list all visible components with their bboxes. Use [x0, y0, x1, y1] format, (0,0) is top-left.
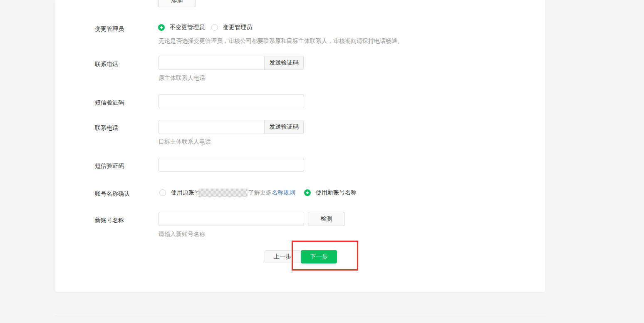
new-account-name-label: 新账号名称 [95, 216, 157, 224]
check-name-button[interactable]: 检测 [308, 212, 345, 226]
send-code-target-button[interactable]: 发送验证码 [264, 120, 304, 134]
phone-target-helper: 目标主体联系人电话 [159, 138, 211, 145]
phone-original-group: 发送验证码 [159, 56, 304, 70]
phone-target-group: 发送验证码 [159, 120, 304, 134]
footer-divider [55, 316, 546, 316]
account-name-radio-group: 使用原账号名称 了解更多 名称规则 使用新账号名称 [159, 188, 357, 197]
learn-more-text: 了解更多 [248, 189, 272, 196]
form-panel: 添加 变更管理员 不变更管理员 变更管理员 无论是否选择变更管理员，审核公司都要… [55, 0, 545, 292]
radio-no-change-admin[interactable] [158, 24, 165, 31]
account-name-label: 账号名称确认 [95, 190, 157, 197]
sms-original-input[interactable] [159, 94, 304, 108]
page-background: { "form": { "add_button": "添加", "admin_c… [0, 0, 644, 323]
radio-use-new-name-label[interactable]: 使用新账号名称 [316, 189, 357, 196]
next-step-button[interactable]: 下一步 [301, 250, 337, 263]
prev-step-button[interactable]: 上一步 [265, 250, 300, 263]
radio-change-admin[interactable] [211, 24, 218, 31]
sms-original-label: 短信验证码 [95, 99, 157, 106]
send-code-original-button[interactable]: 发送验证码 [264, 56, 304, 70]
radio-use-original-name[interactable] [159, 189, 166, 196]
new-account-name-helper: 请输入新账号名称 [159, 230, 205, 238]
phone-target-label: 联系电话 [95, 124, 157, 132]
radio-no-change-admin-label[interactable]: 不变更管理员 [170, 24, 205, 31]
admin-change-label: 变更管理员 [95, 25, 157, 32]
admin-change-radio-group: 不变更管理员 变更管理员 [158, 24, 252, 31]
radio-change-admin-label[interactable]: 变更管理员 [223, 24, 252, 31]
new-account-name-input[interactable] [159, 212, 304, 226]
phone-original-input[interactable] [159, 56, 265, 70]
phone-original-label: 联系电话 [95, 60, 157, 68]
phone-target-input[interactable] [159, 120, 265, 134]
new-account-name-group: 检测 [159, 212, 345, 226]
sms-target-input[interactable] [159, 158, 304, 172]
phone-original-helper: 原主体联系人电话 [159, 74, 205, 82]
censored-account-name-mosaic [198, 189, 248, 197]
name-rules-link[interactable]: 名称规则 [272, 189, 295, 196]
admin-change-help: 无论是否选择变更管理员，审核公司都要联系原和目标主体联系人，审核期间请保持电话畅… [159, 37, 403, 45]
radio-use-new-name[interactable] [304, 189, 311, 196]
add-button[interactable]: 添加 [158, 0, 196, 7]
sms-target-label: 短信验证码 [95, 162, 157, 169]
